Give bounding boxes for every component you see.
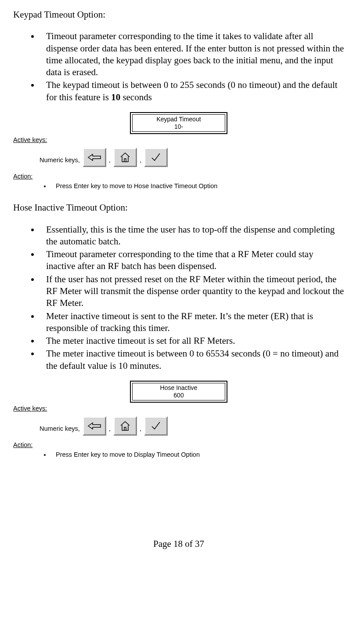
list-item: The keypad timeout is between 0 to 255 s…	[40, 79, 344, 103]
list-item: The meter inactive timeout is between 0 …	[40, 348, 344, 372]
bullet-bold: 10	[111, 92, 120, 102]
section2-heading: Hose Inactive Timeout Option:	[13, 202, 344, 214]
active-keys-label-2: Active keys:	[13, 404, 344, 413]
back-arrow-key-icon	[83, 148, 106, 167]
keys-row-2: Numeric keys, , ,	[13, 416, 344, 436]
numeric-keys-text: Numeric keys,	[40, 156, 80, 167]
action-list-2: Press Enter key to move to Display Timeo…	[13, 451, 344, 459]
list-item: Meter inactive timeout is sent to the RF…	[40, 310, 344, 335]
lcd-line1: Hose Inactive	[152, 384, 205, 392]
action-label-2: Action:	[13, 441, 344, 449]
separator: ,	[109, 425, 111, 436]
bullet-suffix: seconds	[120, 92, 152, 102]
section1-bullets: Timeout parameter corresponding to the t…	[13, 30, 344, 103]
list-item: Press Enter key to move to Hose Inactive…	[50, 182, 344, 190]
list-item: Essentially, this is the time the user h…	[40, 224, 344, 248]
lcd-display-1: Keypad Timeout 10-	[13, 112, 344, 134]
action-list-1: Press Enter key to move to Hose Inactive…	[13, 182, 344, 190]
home-key-icon	[113, 148, 137, 167]
section1-heading: Keypad Timeout Option:	[13, 9, 344, 21]
list-item: Press Enter key to move to Display Timeo…	[50, 451, 344, 459]
lcd-line2: 10-	[152, 123, 205, 131]
lcd-line2: 600	[152, 392, 205, 399]
separator: ,	[140, 156, 141, 167]
section2-bullets: Essentially, this is the time the user h…	[13, 224, 344, 372]
page-footer: Page 18 of 37	[13, 538, 344, 550]
keys-row-1: Numeric keys, , ,	[13, 148, 344, 167]
check-key-icon	[144, 148, 168, 167]
check-key-icon	[144, 416, 168, 436]
list-item: Timeout parameter corresponding to the t…	[40, 248, 344, 273]
numeric-keys-text: Numeric keys,	[40, 425, 80, 436]
list-item: Timeout parameter corresponding to the t…	[40, 30, 344, 78]
separator: ,	[140, 425, 141, 436]
lcd-display-2: Hose Inactive 600	[13, 381, 344, 403]
home-key-icon	[113, 416, 137, 436]
back-arrow-key-icon	[83, 416, 106, 436]
lcd-line1: Keypad Timeout	[152, 116, 205, 123]
action-label-1: Action:	[13, 172, 344, 181]
list-item: If the user has not pressed reset on the…	[40, 273, 344, 309]
bullet-prefix: The keypad timeout is between 0 to 255 s…	[46, 80, 338, 102]
separator: ,	[109, 156, 111, 167]
list-item: The meter inactive timeout is set for al…	[40, 335, 344, 347]
active-keys-label-1: Active keys:	[13, 136, 344, 144]
